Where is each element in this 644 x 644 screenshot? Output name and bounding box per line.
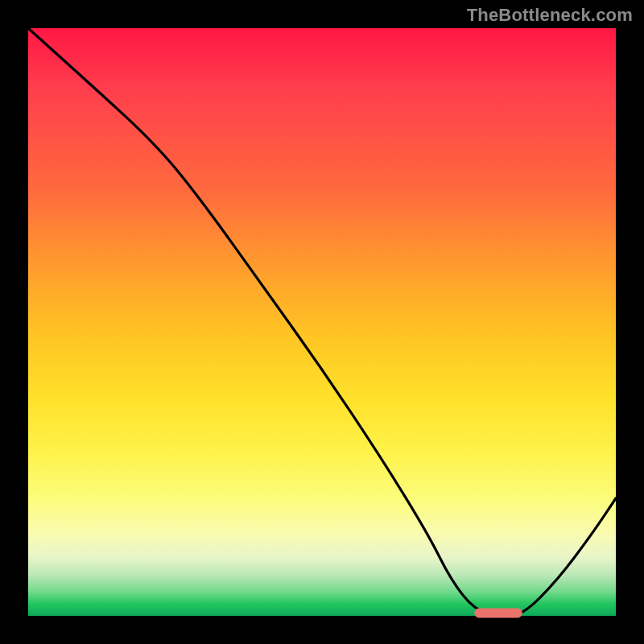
optimal-range-marker [475, 609, 522, 617]
bottleneck-curve [28, 28, 616, 616]
watermark-text: TheBottleneck.com [467, 5, 633, 26]
chart-svg [28, 28, 616, 616]
plot-area [28, 28, 616, 616]
chart-frame: TheBottleneck.com [0, 0, 644, 644]
